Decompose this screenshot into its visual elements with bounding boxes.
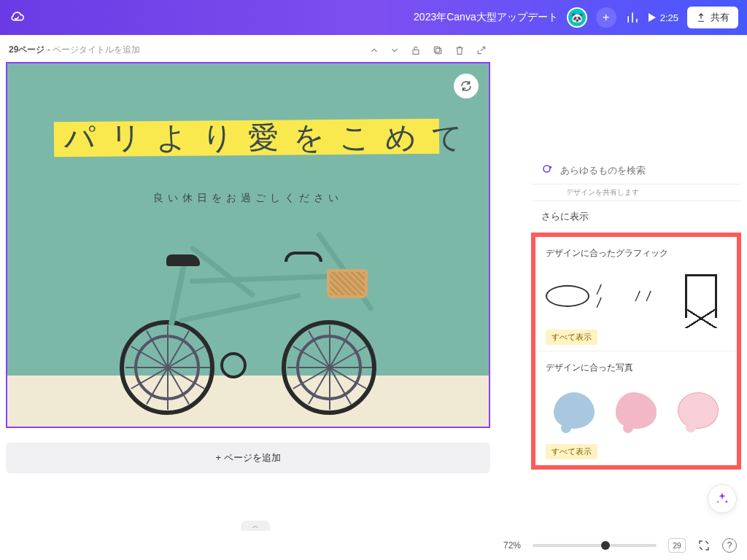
top-bar: 2023年Canva大型アップデート 🐼 + 2:25 共有 xyxy=(0,0,747,35)
graphics-section-title: デザインに合ったグラフィック xyxy=(546,247,727,260)
canvas-subtitle-text[interactable]: 良い休日をお過ごしください xyxy=(7,192,489,205)
photo-thumb-3[interactable] xyxy=(670,392,727,429)
duplicate-icon[interactable] xyxy=(432,44,444,56)
lock-icon[interactable] xyxy=(410,44,422,56)
zoom-handle[interactable] xyxy=(601,541,610,550)
graphic-thumb-bookmark[interactable] xyxy=(676,274,727,318)
svg-rect-2 xyxy=(434,47,439,52)
refresh-button[interactable] xyxy=(454,74,479,98)
photo-thumb-1[interactable] xyxy=(546,392,602,429)
page-label[interactable]: 29ページ - ページタイトルを追加 xyxy=(9,44,140,56)
show-all-photos-button[interactable]: すべて表示 xyxy=(546,444,597,459)
show-more-link[interactable]: さらに表示 xyxy=(531,201,741,233)
suggestions-panel: デザインを共有します さらに表示 デザインに合ったグラフィック 〳〳 〳〳 すべ… xyxy=(525,156,747,470)
cloud-sync-icon[interactable] xyxy=(9,9,25,26)
help-icon[interactable]: ? xyxy=(722,538,737,553)
svg-point-3 xyxy=(543,166,550,172)
page-up-button[interactable] xyxy=(369,44,379,56)
canvas-column: 29ページ - ページタイトルを追加 パリより愛をこめて 良い休日をお過ごしくだ… xyxy=(0,35,496,531)
graphic-thumb-marks[interactable]: 〳〳 xyxy=(618,289,670,303)
analytics-icon[interactable] xyxy=(625,10,640,25)
search-row[interactable] xyxy=(531,156,741,184)
add-page-button[interactable]: + ページを追加 xyxy=(6,443,490,473)
magic-search-icon xyxy=(541,163,554,176)
page-down-button[interactable] xyxy=(390,44,400,56)
external-icon[interactable] xyxy=(476,44,487,56)
play-icon xyxy=(649,13,656,22)
photos-section-title: デザインに合った写真 xyxy=(546,362,727,374)
fullscreen-icon[interactable] xyxy=(697,539,711,552)
share-design-hint[interactable]: デザインを共有します xyxy=(531,184,741,201)
share-button[interactable]: 共有 xyxy=(687,7,738,28)
magic-fab-button[interactable] xyxy=(708,484,737,513)
document-title[interactable]: 2023年Canva大型アップデート xyxy=(414,11,558,24)
zoom-level-label[interactable]: 72% xyxy=(503,540,521,551)
search-input[interactable] xyxy=(560,165,731,176)
bicycle-graphic[interactable] xyxy=(117,225,379,415)
show-all-graphics-button[interactable]: すべて表示 xyxy=(546,330,597,345)
canvas-title-text[interactable]: パリより愛をこめて xyxy=(64,117,477,158)
photo-thumb-2[interactable] xyxy=(608,392,664,429)
page-count-badge[interactable]: 29 xyxy=(668,538,686,553)
collapse-tab[interactable]: ︿ xyxy=(241,521,270,531)
graphic-thumb-speech-bubble[interactable]: 〳〳 xyxy=(546,283,612,309)
trash-icon[interactable] xyxy=(454,44,465,56)
user-avatar[interactable]: 🐼 xyxy=(567,7,587,28)
present-button[interactable]: 2:25 xyxy=(649,12,678,23)
svg-rect-1 xyxy=(436,48,441,53)
zoom-slider[interactable] xyxy=(533,544,657,547)
duration-label: 2:25 xyxy=(660,12,678,23)
design-canvas[interactable]: パリより愛をこめて 良い休日をお過ごしください xyxy=(6,62,490,428)
add-collaborator-button[interactable]: + xyxy=(596,7,616,28)
bottom-bar: 72% 29 ? xyxy=(0,531,747,560)
svg-rect-0 xyxy=(413,50,419,54)
highlighted-suggestions-box: デザインに合ったグラフィック 〳〳 〳〳 すべて表示 デザインに合った写真 xyxy=(531,233,741,470)
